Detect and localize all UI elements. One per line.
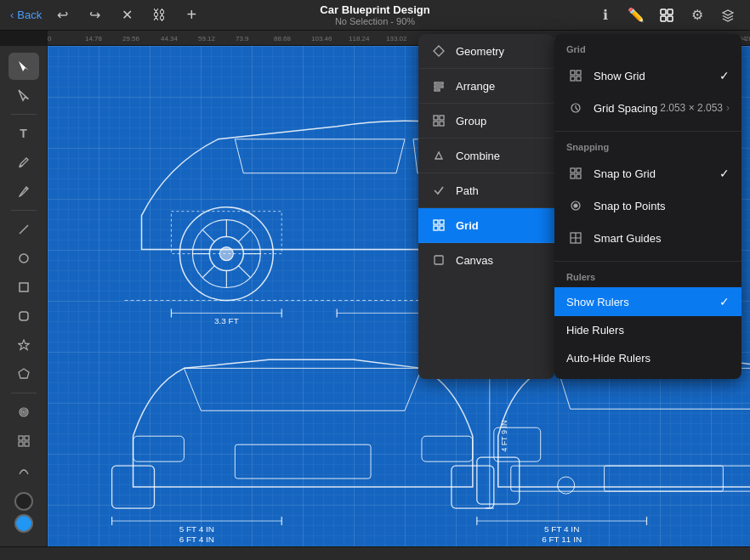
pencil-tool-button[interactable] (9, 178, 39, 205)
show-grid-row[interactable]: Show Grid ✓ (554, 59, 741, 92)
app-subtitle: No Selection - 90% (320, 16, 429, 26)
grid-spacing-label: Grid Spacing (594, 102, 660, 115)
menu-item-arrange[interactable]: Arrange (418, 69, 554, 104)
svg-rect-90 (440, 122, 444, 126)
svg-text:6 FT 4 IN: 6 FT 4 IN (179, 535, 214, 544)
line-tool-button[interactable] (9, 216, 39, 243)
svg-marker-83 (434, 46, 444, 56)
svg-rect-89 (434, 122, 438, 126)
snap-to-grid-row[interactable]: Snap to Grid ✓ (554, 157, 741, 189)
svg-rect-104 (577, 168, 581, 173)
geometry-label: Geometry (456, 45, 543, 58)
tool-separator-3 (11, 393, 37, 393)
spiral-tool-button[interactable] (9, 399, 39, 426)
path-tool-button[interactable] (9, 456, 39, 484)
svg-rect-87 (434, 116, 438, 120)
svg-rect-53 (134, 436, 185, 461)
close-button[interactable]: ✕ (115, 3, 139, 27)
svg-rect-106 (577, 174, 581, 178)
polygon-tool-button[interactable] (9, 360, 39, 387)
svg-rect-86 (435, 89, 440, 91)
svg-rect-92 (440, 220, 444, 224)
ruler-tick-9: 133.02 (386, 35, 406, 42)
add-button[interactable]: + (179, 3, 203, 27)
show-grid-label: Show Grid (594, 70, 719, 82)
menu-item-geometry[interactable]: Geometry (418, 34, 554, 69)
info-button[interactable]: ℹ (594, 3, 617, 27)
bottom-bar (0, 546, 750, 560)
snap-to-points-label: Snap to Points (594, 200, 730, 212)
pen-button[interactable]: ✏️ (624, 3, 648, 27)
smart-guides-icon (566, 229, 585, 247)
ruler-tick-4: 59.12 (198, 35, 215, 42)
rect-tool-button[interactable] (9, 274, 39, 301)
rounded-rect-tool-button[interactable] (9, 303, 39, 330)
dark-color-swatch[interactable] (14, 492, 33, 511)
path-check-icon (430, 182, 447, 199)
ruler-tick-7: 103.46 (311, 35, 332, 42)
grid-spacing-row[interactable]: Grid Spacing 2.053 × 2.053 › (554, 92, 741, 124)
svg-text:3.3 FT: 3.3 FT (214, 316, 239, 325)
ruler-tick-8: 118.24 (349, 35, 369, 42)
attach-button[interactable]: ⛓ (147, 3, 171, 27)
svg-rect-54 (422, 436, 473, 461)
svg-rect-99 (577, 76, 581, 81)
star-tool-button[interactable] (9, 331, 39, 359)
show-rulers-row[interactable]: Show Rulers ✓ (554, 287, 741, 316)
path-label: Path (456, 184, 543, 197)
grid-spacing-chevron: › (726, 102, 730, 114)
menu-item-combine[interactable]: Combine (418, 139, 554, 173)
svg-rect-95 (435, 256, 443, 264)
svg-rect-98 (571, 76, 575, 81)
text-tool-button[interactable]: T (9, 120, 39, 147)
show-rulers-check: ✓ (719, 295, 730, 308)
svg-point-20 (219, 247, 233, 261)
back-label: Back (17, 8, 42, 21)
menu-item-path[interactable]: Path (418, 173, 554, 208)
blue-color-swatch[interactable] (14, 514, 33, 533)
ruler-tick-19: 280.8 (745, 35, 750, 42)
svg-line-25 (202, 230, 214, 242)
ruler-tick-5: 73.9 (236, 35, 249, 42)
direct-select-tool-button[interactable] (9, 82, 39, 109)
svg-point-12 (23, 411, 25, 413)
auto-hide-rulers-row[interactable]: Auto-Hide Rulers (554, 344, 741, 372)
svg-rect-15 (19, 442, 23, 446)
svg-line-4 (20, 225, 28, 234)
svg-rect-7 (20, 312, 28, 320)
smart-guides-row[interactable]: Smart Guides (554, 222, 741, 254)
pen-tool-button[interactable] (9, 149, 39, 176)
grid-section-title: Grid (554, 41, 741, 59)
svg-rect-88 (440, 116, 444, 120)
svg-rect-103 (571, 168, 575, 173)
auto-hide-rulers-label: Auto-Hide Rulers (566, 352, 730, 365)
hide-rulers-row[interactable]: Hide Rulers (554, 316, 741, 344)
ruler-tick-6: 88.68 (274, 35, 291, 42)
svg-line-102 (576, 108, 578, 110)
svg-rect-1 (668, 9, 673, 14)
chevron-left-icon: ‹ (10, 8, 14, 21)
menu-item-canvas[interactable]: Canvas (418, 243, 554, 277)
redo-button[interactable]: ↪ (82, 3, 106, 27)
undo-button[interactable]: ↩ (50, 3, 74, 27)
snap-to-points-row[interactable]: Snap to Points (554, 189, 741, 222)
rulers-section: Rulers Show Rulers ✓ Hide Rulers Auto-Hi… (554, 262, 741, 379)
circle-tool-button[interactable] (9, 245, 39, 272)
canvas-icon (430, 252, 447, 269)
svg-rect-55 (235, 444, 371, 478)
settings-button[interactable]: ⚙ (685, 3, 709, 27)
layers-button[interactable] (716, 3, 740, 27)
geometry-icon (430, 42, 447, 59)
svg-point-107 (574, 204, 577, 207)
menu-item-group[interactable]: Group (418, 104, 554, 139)
svg-point-11 (21, 410, 26, 415)
menu-item-grid[interactable]: Grid (418, 208, 554, 243)
grid-draw-tool-button[interactable] (9, 427, 39, 455)
back-button[interactable]: ‹ Back (10, 8, 42, 21)
group-label: Group (456, 115, 543, 127)
select-tool-button[interactable] (9, 53, 39, 80)
svg-rect-105 (571, 174, 575, 178)
svg-rect-13 (19, 436, 23, 440)
snap-to-points-icon (566, 196, 585, 215)
grid-button[interactable] (655, 3, 679, 27)
